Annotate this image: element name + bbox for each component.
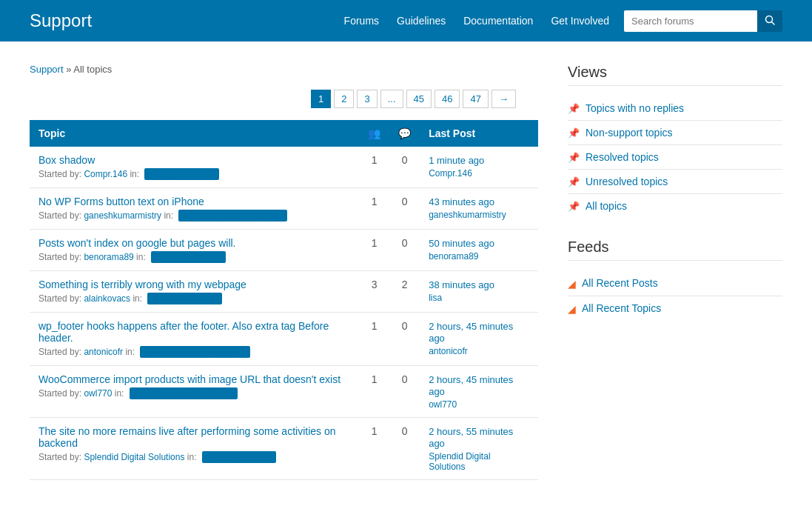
topic-forum-tag-4[interactable]: Developing with WordPress	[140, 346, 250, 358]
feeds-link-0[interactable]: All Recent Posts	[582, 277, 658, 289]
search-form	[624, 10, 782, 32]
col-replies: 💬	[389, 120, 420, 147]
topic-forum-tag-1[interactable]: Everything else WordPress	[178, 210, 286, 222]
page-46[interactable]: 46	[434, 90, 460, 108]
table-row: Something is terribly wrong with my webp…	[30, 271, 538, 313]
topic-author-1[interactable]: ganeshkumarmistry	[84, 210, 161, 221]
sidebar: Views 📌 Topics with no replies 📌 Non-sup…	[568, 64, 782, 484]
search-button[interactable]	[757, 10, 782, 32]
pin-icon-3: 📌	[568, 176, 580, 187]
last-post-author-link-5[interactable]: owl770	[429, 399, 457, 410]
replies-cell-3: 2	[389, 271, 420, 313]
page-45[interactable]: 45	[406, 90, 432, 108]
last-post-cell-5: 2 hours, 45 minutes ago owl770	[420, 366, 538, 418]
last-post-time-0[interactable]: 1 minute ago	[429, 155, 484, 166]
topic-title-3[interactable]: Something is terribly wrong with my webp…	[38, 279, 246, 290]
nav-guidelines[interactable]: Guidelines	[397, 15, 446, 27]
svg-line-1	[772, 21, 775, 24]
search-input[interactable]	[624, 10, 757, 32]
views-item-3: 📌 Unresolved topics	[568, 170, 782, 194]
topic-title-4[interactable]: wp_footer hooks happens after the footer…	[38, 320, 329, 344]
views-item-4: 📌 All topics	[568, 194, 782, 218]
site-logo: Support	[30, 10, 92, 31]
topic-author-3[interactable]: alainkovacs	[84, 293, 130, 304]
last-post-author-link-1[interactable]: ganeshkumarmistry	[429, 210, 506, 220]
nav-forums[interactable]: Forums	[344, 15, 379, 27]
breadcrumb-current: All topics	[73, 64, 112, 75]
topic-meta-4: Started by: antonicofr in: Developing wi…	[38, 346, 350, 358]
views-heading: Views	[568, 64, 782, 86]
page-2[interactable]: 2	[334, 90, 354, 108]
voices-cell-4: 1	[359, 313, 389, 366]
topic-author-5[interactable]: owl770	[84, 388, 112, 399]
voices-cell-1: 1	[359, 188, 389, 230]
pin-icon-0: 📌	[568, 103, 580, 114]
topic-title-1[interactable]: No WP Forms button text on iPhone	[38, 196, 204, 207]
feeds-item-0: ◢ All Recent Posts	[568, 271, 782, 296]
last-post-author-link-6[interactable]: Splendid Digital Solutions	[429, 451, 490, 472]
content-wrapper: Support » All topics 1 2 3 ... 45 46 47 …	[0, 41, 812, 506]
topic-author-4[interactable]: antonicofr	[84, 347, 123, 357]
table-row: The site no more remains live after perf…	[30, 418, 538, 480]
last-post-author-2: benorama89	[429, 251, 529, 262]
pin-icon-1: 📌	[568, 127, 580, 139]
topic-author-2[interactable]: benorama89	[84, 252, 133, 262]
topic-author-0[interactable]: Compr.146	[84, 169, 127, 179]
voices-cell-2: 1	[359, 230, 389, 271]
topic-meta-1: Started by: ganeshkumarmistry in: Everyt…	[38, 210, 350, 222]
topic-title-6[interactable]: The site no more remains live after perf…	[38, 425, 336, 449]
page-1[interactable]: 1	[311, 90, 331, 108]
page-next[interactable]: →	[491, 90, 516, 108]
last-post-time-1[interactable]: 43 minutes ago	[429, 196, 494, 207]
col-topic: Topic	[30, 120, 359, 147]
last-post-time-3[interactable]: 38 minutes ago	[429, 279, 494, 290]
views-item-0: 📌 Topics with no replies	[568, 96, 782, 121]
views-item-1: 📌 Non-support topics	[568, 121, 782, 145]
table-row: wp_footer hooks happens after the footer…	[30, 313, 538, 366]
page-3[interactable]: 3	[357, 90, 377, 108]
last-post-author-link-0[interactable]: Compr.146	[429, 168, 472, 179]
col-voices: 👥	[359, 120, 389, 147]
topic-forum-tag-3[interactable]: Fixing WordPress	[147, 293, 222, 304]
table-row: Box shadow Started by: Compr.146 in: Fix…	[30, 147, 538, 188]
breadcrumb-separator: »	[64, 64, 74, 75]
table-header-row: Topic 👥 💬 Last Post	[30, 120, 538, 147]
topic-author-6[interactable]: Splendid Digital Solutions	[84, 452, 184, 462]
feeds-heading: Feeds	[568, 239, 782, 261]
last-post-author-4: antonicofr	[429, 346, 529, 356]
nav-documentation[interactable]: Documentation	[463, 15, 533, 27]
topic-forum-tag-6[interactable]: Fixing WordPress	[202, 451, 277, 463]
last-post-author-link-4[interactable]: antonicofr	[429, 346, 468, 356]
last-post-author-3: lisa	[429, 293, 529, 303]
voices-cell-5: 1	[359, 366, 389, 418]
search-icon	[765, 15, 775, 25]
views-link-0[interactable]: Topics with no replies	[585, 102, 684, 114]
last-post-time-2[interactable]: 50 minutes ago	[429, 238, 494, 249]
last-post-time-5[interactable]: 2 hours, 45 minutes ago	[429, 374, 513, 397]
last-post-author-link-2[interactable]: benorama89	[429, 251, 478, 262]
views-item-2: 📌 Resolved topics	[568, 145, 782, 170]
last-post-author-link-3[interactable]: lisa	[429, 293, 442, 303]
pagination: 1 2 3 ... 45 46 47 →	[30, 90, 538, 108]
page-47[interactable]: 47	[463, 90, 488, 108]
nav-get-involved[interactable]: Get Involved	[551, 15, 609, 27]
topic-forum-tag-2[interactable]: Fixing WordPress	[151, 251, 226, 263]
topic-title-2[interactable]: Posts won't index on google but pages wi…	[38, 237, 236, 249]
topic-title-5[interactable]: WooCommerce import products with image U…	[38, 373, 340, 385]
views-link-4[interactable]: All topics	[585, 200, 627, 212]
feeds-link-1[interactable]: All Recent Topics	[582, 302, 661, 314]
views-link-2[interactable]: Resolved topics	[585, 151, 659, 163]
last-post-time-4[interactable]: 2 hours, 45 minutes ago	[429, 321, 513, 344]
breadcrumb-parent[interactable]: Support	[30, 64, 64, 75]
topic-forum-tag-5[interactable]: Everything else WordPress	[130, 387, 238, 399]
topic-forum-tag-0[interactable]: Fixing WordPress	[144, 168, 219, 180]
voices-cell-0: 1	[359, 147, 389, 188]
topic-title-0[interactable]: Box shadow	[38, 154, 95, 166]
topic-meta-5: Started by: owl770 in: Everything else W…	[38, 387, 350, 399]
last-post-author-6: Splendid Digital Solutions	[429, 451, 529, 472]
topic-meta-2: Started by: benorama89 in: Fixing WordPr…	[38, 251, 350, 263]
last-post-time-6[interactable]: 2 hours, 55 minutes ago	[429, 426, 513, 449]
breadcrumb: Support » All topics	[30, 64, 538, 75]
views-link-3[interactable]: Unresolved topics	[585, 176, 668, 187]
views-link-1[interactable]: Non-support topics	[585, 127, 673, 139]
